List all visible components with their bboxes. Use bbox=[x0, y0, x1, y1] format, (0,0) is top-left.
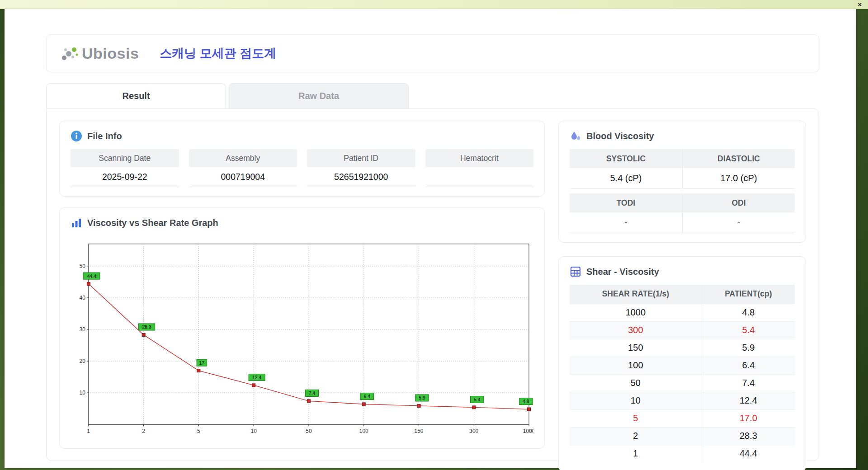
blood-viscosity-card: Blood Viscosity SYSTOLIC DIASTOLIC 5.4 (… bbox=[558, 121, 806, 243]
blood-viscosity-table: SYSTOLIC DIASTOLIC 5.4 (cP) 17.0 (cP) TO… bbox=[570, 149, 795, 233]
shear-rate-cell: 50 bbox=[570, 374, 702, 392]
svg-text:7.4: 7.4 bbox=[309, 390, 316, 395]
odi-label: ODI bbox=[682, 193, 795, 212]
diastolic-value: 17.0 (cP) bbox=[682, 168, 795, 189]
blood-viscosity-title: Blood Viscosity bbox=[586, 131, 654, 141]
patient-viscosity-cell: 4.8 bbox=[702, 304, 795, 321]
patient-viscosity-cell: 5.4 bbox=[702, 321, 795, 339]
shear-rate-cell: 1 bbox=[570, 445, 702, 462]
logo-text: Ubiosis bbox=[82, 45, 139, 62]
table-row: 3005.4 bbox=[570, 321, 795, 339]
svg-text:28.3: 28.3 bbox=[142, 324, 151, 329]
ubiosis-logo: Ubiosis bbox=[60, 44, 139, 63]
systolic-value: 5.4 (cP) bbox=[570, 168, 682, 189]
svg-text:5: 5 bbox=[197, 428, 200, 434]
svg-text:300: 300 bbox=[469, 428, 478, 434]
table-row: 144.4 bbox=[570, 445, 795, 462]
svg-text:1: 1 bbox=[87, 428, 90, 434]
shear-rate-cell: 1000 bbox=[570, 304, 702, 321]
viscosity-chart: 10203040501251050100150300100044.428.317… bbox=[71, 237, 533, 438]
logo-dots-icon bbox=[60, 44, 79, 63]
svg-text:44.4: 44.4 bbox=[87, 273, 97, 278]
file-info-title: File Info bbox=[87, 131, 122, 141]
shear-table-body: 10004.83005.41505.91006.4507.41012.4517.… bbox=[570, 304, 795, 462]
tab-bar: Result Raw Data bbox=[46, 83, 819, 108]
desktop-top-strip: × bbox=[0, 0, 868, 9]
patient-viscosity-cell: 28.3 bbox=[702, 427, 795, 445]
svg-text:40: 40 bbox=[80, 294, 86, 301]
patient-viscosity-cell: 44.4 bbox=[702, 445, 795, 462]
patient-viscosity-cell: 7.4 bbox=[702, 374, 795, 392]
shear-rate-cell: 2 bbox=[570, 427, 702, 445]
svg-text:2: 2 bbox=[142, 428, 145, 434]
field-value bbox=[425, 167, 534, 187]
shear-viscosity-card: Shear - Viscosity SHEAR RATE(1/s) PATIEN… bbox=[558, 256, 806, 470]
shear-rate-cell: 10 bbox=[570, 392, 702, 409]
svg-text:4.8: 4.8 bbox=[523, 399, 529, 404]
svg-text:12.4: 12.4 bbox=[252, 375, 262, 380]
svg-text:1000: 1000 bbox=[523, 428, 533, 434]
bar-chart-icon bbox=[71, 217, 82, 229]
shear-viscosity-title: Shear - Viscosity bbox=[586, 267, 659, 277]
field-assembly: Assembly 000719004 bbox=[189, 149, 297, 187]
field-scanning-date: Scanning Date 2025-09-22 bbox=[71, 149, 179, 187]
app-title: 스캐닝 모세관 점도계 bbox=[160, 45, 276, 61]
svg-text:30: 30 bbox=[80, 326, 86, 332]
field-label: Scanning Date bbox=[71, 149, 179, 167]
header: Ubiosis 스캐닝 모세관 점도계 bbox=[46, 34, 819, 72]
svg-text:10: 10 bbox=[80, 390, 86, 396]
shear-rate-column-header: SHEAR RATE(1/s) bbox=[570, 285, 702, 304]
shear-rate-cell: 150 bbox=[570, 339, 702, 357]
patient-viscosity-cell: 5.9 bbox=[702, 339, 795, 357]
svg-text:5.4: 5.4 bbox=[474, 397, 481, 402]
table-row: 517.0 bbox=[570, 409, 795, 427]
graph-title: Viscosity vs Shear Rate Graph bbox=[87, 218, 218, 228]
patient-viscosity-cell: 17.0 bbox=[702, 409, 795, 427]
close-button[interactable]: × bbox=[858, 0, 862, 9]
tab-raw-data[interactable]: Raw Data bbox=[229, 83, 409, 108]
table-row: 507.4 bbox=[570, 374, 795, 392]
svg-text:5.9: 5.9 bbox=[419, 395, 425, 400]
field-value: 000719004 bbox=[189, 167, 297, 187]
shear-viscosity-table: SHEAR RATE(1/s) PATIENT(cp) 10004.83005.… bbox=[570, 285, 795, 462]
shear-rate-cell: 300 bbox=[570, 321, 702, 339]
patient-viscosity-cell: 12.4 bbox=[702, 392, 795, 409]
svg-text:150: 150 bbox=[415, 428, 424, 434]
result-panel: File Info Scanning Date 2025-09-22 Assem… bbox=[46, 108, 819, 461]
field-value: 2025-09-22 bbox=[71, 167, 179, 187]
field-hematocrit: Hematocrit bbox=[425, 149, 534, 187]
viscosity-graph-card: Viscosity vs Shear Rate Graph 1020304050… bbox=[59, 207, 545, 449]
field-value: 52651921000 bbox=[307, 167, 415, 187]
table-row: 1505.9 bbox=[570, 339, 795, 357]
info-icon bbox=[71, 130, 82, 142]
field-label: Assembly bbox=[189, 149, 297, 167]
patient-column-header: PATIENT(cp) bbox=[702, 285, 795, 304]
table-row: 10004.8 bbox=[570, 304, 795, 321]
svg-text:10: 10 bbox=[251, 428, 257, 434]
todi-value: - bbox=[570, 212, 682, 233]
field-label: Hematocrit bbox=[425, 149, 534, 167]
droplet-icon bbox=[570, 130, 581, 142]
svg-text:100: 100 bbox=[359, 428, 368, 434]
systolic-label: SYSTOLIC bbox=[570, 149, 682, 168]
svg-text:6.4: 6.4 bbox=[363, 394, 370, 399]
svg-text:50: 50 bbox=[306, 428, 312, 434]
table-grid-icon bbox=[570, 266, 581, 277]
todi-label: TODI bbox=[570, 193, 682, 212]
odi-value: - bbox=[682, 212, 795, 233]
app-window: Ubiosis 스캐닝 모세관 점도계 Result Raw Data bbox=[5, 9, 856, 468]
diastolic-label: DIASTOLIC bbox=[682, 149, 795, 168]
field-patient-id: Patient ID 52651921000 bbox=[307, 149, 415, 187]
shear-rate-cell: 100 bbox=[570, 357, 702, 374]
svg-text:17: 17 bbox=[199, 360, 205, 365]
table-row: 1006.4 bbox=[570, 357, 795, 374]
file-info-card: File Info Scanning Date 2025-09-22 Assem… bbox=[59, 121, 545, 197]
table-row: 228.3 bbox=[570, 427, 795, 445]
svg-text:50: 50 bbox=[80, 263, 86, 269]
shear-rate-cell: 5 bbox=[570, 409, 702, 427]
table-row: 1012.4 bbox=[570, 392, 795, 409]
tab-result[interactable]: Result bbox=[46, 83, 226, 108]
patient-viscosity-cell: 6.4 bbox=[702, 357, 795, 374]
svg-text:20: 20 bbox=[80, 358, 86, 364]
field-label: Patient ID bbox=[307, 149, 415, 167]
